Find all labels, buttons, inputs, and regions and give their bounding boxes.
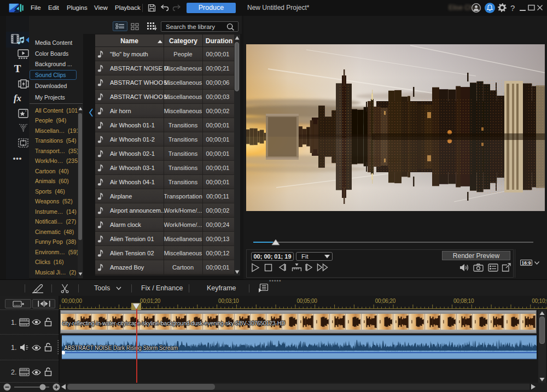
svg-text:*: *: [25, 110, 27, 113]
svg-text:00;00;00: 00;00;00: [62, 298, 83, 304]
svg-text:00;08;10: 00;08;10: [453, 298, 474, 304]
svg-text:00;06;20: 00;06;20: [375, 298, 396, 304]
svg-text:00;10;00: 00;10;00: [532, 298, 547, 304]
svg-text:00;01;20: 00;01;20: [140, 298, 161, 304]
svg-text:00;05;00: 00;05;00: [296, 298, 317, 304]
svg-text:00;03;10: 00;03;10: [218, 298, 239, 304]
